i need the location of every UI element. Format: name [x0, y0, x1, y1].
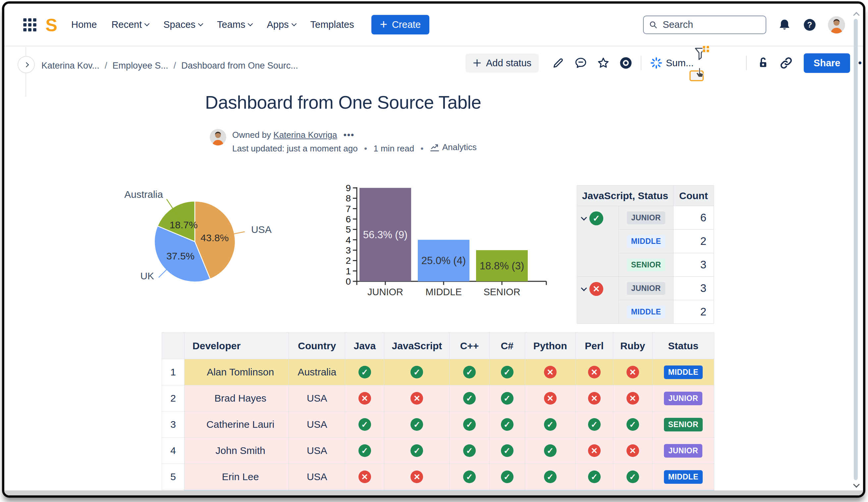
breadcrumb-item[interactable]: Dashboard from One Sourc...	[181, 61, 298, 71]
y-tick-label: 2	[345, 255, 351, 266]
expand-sidebar-button[interactable]	[18, 56, 35, 73]
scroll-down-icon[interactable]	[853, 481, 860, 488]
status-badge: SENIOR	[664, 418, 703, 431]
watch-eye-icon[interactable]	[619, 56, 633, 70]
pie-category-label: Australia	[124, 189, 163, 200]
x-category-label: MIDDLE	[425, 287, 462, 297]
owner-more-button[interactable]: •••	[343, 130, 354, 140]
skill-cell: ✕	[576, 438, 613, 464]
cross-circle-icon: ✕	[411, 392, 423, 404]
status-cell: JUNIOR	[652, 385, 714, 411]
chevron-down-icon	[144, 21, 150, 27]
comment-icon[interactable]	[574, 56, 588, 70]
app-switcher-icon[interactable]	[23, 18, 37, 32]
skill-cell: ✕	[525, 385, 576, 411]
breadcrumb-item[interactable]: Katerina Kov...	[41, 61, 100, 71]
owner-avatar[interactable]	[210, 129, 226, 145]
status-badge: MIDDLE	[627, 235, 665, 248]
y-tick-label: 9	[345, 185, 351, 193]
nav-item-recent[interactable]: Recent	[111, 19, 149, 30]
skill-cell: ✕	[525, 359, 576, 385]
star-icon[interactable]	[596, 56, 610, 70]
plus-icon	[473, 59, 482, 67]
skill-cell: ✓	[489, 464, 525, 490]
unlock-icon[interactable]	[756, 56, 770, 70]
breadcrumb-item[interactable]: Employee S...	[113, 61, 168, 71]
col-header-Country: Country	[289, 333, 345, 359]
app-logo[interactable]: S	[45, 16, 57, 34]
group-inner: ✓	[582, 212, 619, 225]
window-bottom-edge	[4, 490, 863, 495]
grid-icon	[23, 18, 37, 32]
more-actions-button[interactable]: •••	[858, 57, 865, 69]
page-toolbar: Add status	[465, 52, 865, 74]
collapse-chevron-icon[interactable]	[581, 285, 587, 291]
summary-table-head: JavaScript, StatusCount	[577, 186, 714, 206]
col-header-Status: Status	[652, 333, 714, 359]
breadcrumb-separator: /	[174, 61, 176, 71]
country-cell: USA	[289, 385, 345, 411]
add-status-button[interactable]: Add status	[465, 54, 539, 73]
toolbar-divider	[641, 56, 641, 70]
scrollbar-thumb[interactable]	[854, 19, 858, 480]
skill-cell: ✓	[450, 438, 489, 464]
skill-cell: ✓	[489, 411, 525, 438]
byline-text: Owned by Katerina Kovriga ••• Last updat…	[232, 129, 477, 155]
nav-item-teams[interactable]: Teams	[217, 19, 252, 30]
nav-item-apps[interactable]: Apps	[267, 19, 296, 30]
hand-click-icon[interactable]	[689, 65, 707, 84]
table-row: 3Catherine LauriUSA✓✓✓✓✓✓✓SENIOR	[162, 411, 714, 438]
check-circle-icon: ✓	[544, 471, 557, 483]
read-time: 1 min read	[373, 143, 414, 153]
chevron-right-icon	[23, 62, 29, 67]
ai-summarize-button[interactable]: Sum...	[650, 57, 694, 69]
col-header-Java: Java	[345, 333, 384, 359]
dot-separator: •	[421, 143, 423, 153]
check-circle-icon: ✓	[589, 212, 603, 225]
search-box[interactable]	[643, 16, 766, 34]
nav-item-home[interactable]: Home	[71, 19, 97, 30]
skill-cell: ✓	[450, 385, 489, 411]
analytics-button[interactable]: Analytics	[430, 141, 477, 153]
create-button[interactable]: + Create	[371, 15, 430, 34]
edit-pencil-icon[interactable]	[551, 56, 565, 70]
search-input[interactable]	[662, 19, 760, 30]
developer-name: Alan Tomlinson	[185, 359, 289, 385]
nav-item-label: Templates	[310, 19, 354, 30]
collapse-chevron-icon[interactable]	[581, 214, 587, 221]
skill-cell: ✓	[489, 438, 525, 464]
row-number: 5	[162, 464, 185, 490]
help-icon[interactable]: ?	[803, 18, 817, 32]
user-avatar[interactable]	[828, 16, 845, 33]
cross-circle-icon: ✕	[589, 282, 603, 296]
table-filter-funnel-icon[interactable]	[693, 45, 711, 64]
check-circle-icon: ✓	[359, 366, 371, 378]
browser-window: S HomeRecentSpacesTeamsAppsTemplates + C…	[2, 1, 865, 498]
cross-circle-icon: ✕	[544, 392, 557, 404]
check-circle-icon: ✓	[463, 444, 476, 457]
analytics-chart-icon	[430, 143, 439, 152]
developer-name: Erin Lee	[185, 464, 289, 490]
owner-link[interactable]: Katerina Kovriga	[273, 130, 337, 140]
row-number: 3	[162, 411, 185, 438]
notifications-bell-icon[interactable]	[777, 18, 792, 32]
main-nav: HomeRecentSpacesTeamsAppsTemplates	[71, 19, 369, 30]
skill-cell: ✕	[576, 385, 613, 411]
country-cell: Australia	[289, 359, 345, 385]
row-number: 1	[162, 359, 185, 385]
status-cell: SENIOR	[652, 411, 714, 438]
dot-separator: •	[364, 143, 367, 153]
check-circle-icon: ✓	[501, 444, 514, 457]
skill-cell: ✓	[384, 438, 450, 464]
developer-table-head: DeveloperCountryJavaJavaScriptC++C#Pytho…	[162, 333, 714, 359]
copy-link-icon[interactable]	[779, 56, 793, 70]
share-button[interactable]: Share	[804, 53, 850, 73]
nav-item-templates[interactable]: Templates	[310, 19, 354, 30]
nav-item-spaces[interactable]: Spaces	[163, 19, 203, 30]
col-header-Perl: Perl	[576, 333, 613, 359]
cross-circle-icon: ✕	[359, 392, 371, 404]
status-badge: MIDDLE	[627, 306, 665, 318]
skill-cell: ✓	[576, 411, 613, 438]
summary-table-wrap: JavaScript, StatusCount✓JUNIOR6MIDDLE2SE…	[577, 185, 714, 324]
skill-cell: ✓	[384, 359, 450, 385]
